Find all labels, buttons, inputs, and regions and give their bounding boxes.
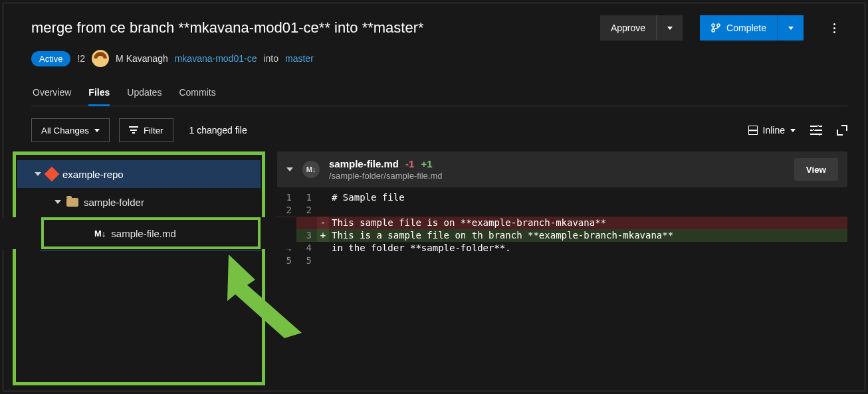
folder-name: sample-folder [84, 197, 144, 208]
source-branch-link[interactable]: mkavana-mod01-ce [175, 53, 257, 64]
diff-view-toggle[interactable]: Inline [748, 125, 796, 136]
folder-icon [66, 198, 78, 207]
pr-number: !2 [77, 53, 85, 64]
approve-dropdown[interactable] [656, 15, 683, 41]
view-file-button[interactable]: View [794, 158, 838, 181]
svg-point-1 [712, 29, 714, 32]
file-tree: example-repo sample-folder M↓ sample-fil… [13, 151, 265, 385]
into-label: into [263, 53, 278, 64]
status-badge: Active [31, 51, 70, 66]
markdown-icon: M↓ [94, 229, 106, 239]
diff-line[interactable]: 44in the folder **sample-folder**. [277, 242, 847, 254]
markdown-icon: M↓ [302, 161, 320, 178]
approve-button[interactable]: Approve [600, 15, 656, 41]
all-changes-dropdown[interactable]: All Changes [31, 118, 110, 142]
svg-point-0 [712, 24, 714, 27]
tab-updates[interactable]: Updates [127, 83, 162, 106]
tree-file-row[interactable]: M↓ sample-file.md [41, 217, 261, 249]
avatar [92, 50, 109, 67]
diff-line[interactable]: 55 [277, 254, 847, 267]
complete-button[interactable]: Complete [700, 15, 777, 41]
changed-files-label: 1 changed file [189, 125, 247, 136]
diff-line[interactable]: 22 [277, 204, 847, 217]
pr-title: merge from ce branch **mkavana-mod01-ce*… [31, 19, 594, 37]
diff-removed-count: -1 [405, 158, 414, 169]
more-actions-button[interactable] [821, 15, 847, 41]
file-name: sample-file.md [111, 228, 176, 239]
file-more-button[interactable] [284, 229, 286, 239]
chevron-down-icon [667, 27, 673, 30]
more-icon [833, 23, 835, 33]
filter-icon [129, 126, 138, 134]
complete-dropdown[interactable] [777, 15, 804, 41]
tab-commits[interactable]: Commits [179, 83, 215, 106]
diff-line[interactable]: 3-This sample file is on **example-branc… [277, 217, 847, 229]
chevron-down-icon [94, 129, 100, 132]
diff-line[interactable]: 11# Sample file [277, 191, 847, 204]
diff-line[interactable]: 3+This is a sample file on th branch **e… [277, 229, 847, 242]
diff-code: 11# Sample file223-This sample file is o… [277, 191, 847, 267]
tab-files[interactable]: Files [88, 83, 110, 106]
tree-repo-row[interactable]: example-repo [17, 160, 261, 188]
filter-button[interactable]: Filter [119, 118, 173, 142]
tab-overview[interactable]: Overview [33, 83, 71, 106]
repo-icon [45, 167, 60, 182]
branch-icon [710, 23, 721, 33]
repo-name: example-repo [62, 169, 124, 180]
fullscreen-button[interactable] [837, 125, 847, 136]
diff-added-count: +1 [421, 158, 432, 169]
diff-filename: sample-file.md [329, 158, 399, 169]
tree-folder-row[interactable]: sample-folder [17, 188, 261, 216]
svg-marker-3 [227, 254, 302, 338]
author-name[interactable]: M Kavanagh [116, 53, 168, 64]
chevron-down-icon [35, 172, 41, 176]
diff-filepath: /sample-folder/sample-file.md [329, 171, 785, 181]
inline-view-icon [748, 126, 758, 135]
target-branch-link[interactable]: master [285, 53, 314, 64]
diff-settings-button[interactable] [810, 126, 822, 135]
collapse-diff-button[interactable] [286, 167, 293, 171]
chevron-down-icon [790, 129, 796, 132]
diff-file-header: M↓ sample-file.md -1 +1 /sample-folder/s… [277, 151, 847, 187]
chevron-down-icon [788, 27, 794, 30]
chevron-down-icon [54, 200, 61, 204]
svg-point-2 [717, 24, 720, 27]
